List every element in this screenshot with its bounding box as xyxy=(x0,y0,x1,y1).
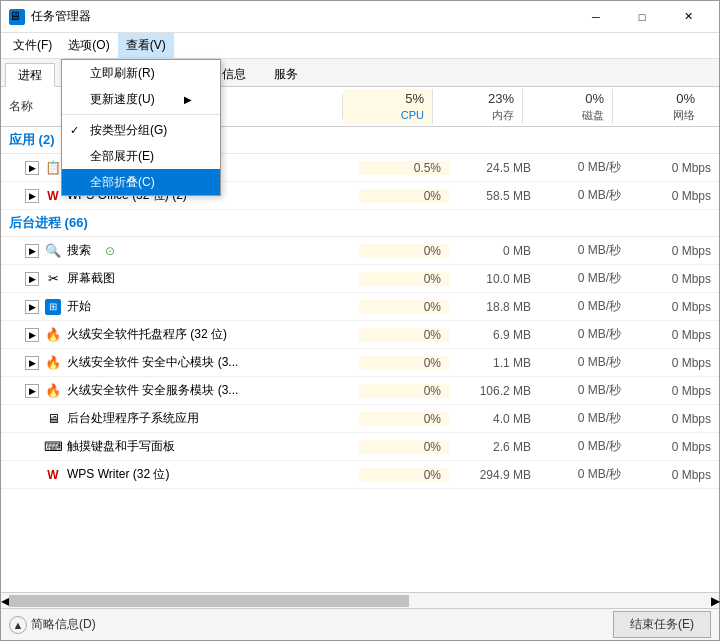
memory-value: 106.2 MB xyxy=(449,384,539,398)
horizontal-scrollbar[interactable]: ◀ ▶ xyxy=(1,592,719,608)
menu-options[interactable]: 选项(O) xyxy=(60,33,117,59)
network-value: 0 Mbps xyxy=(629,272,719,286)
scroll-thumb[interactable] xyxy=(9,595,409,607)
cpu-value: 0% xyxy=(359,412,449,426)
menu-group-by-type[interactable]: 按类型分组(G) xyxy=(62,117,220,143)
cpu-value: 0% xyxy=(359,328,449,342)
status-bar: ▲ 简略信息(D) 结束任务(E) xyxy=(1,608,719,640)
menu-view[interactable]: 查看(V) xyxy=(118,33,174,59)
table-row[interactable]: ⌨ 触摸键盘和手写面板 0% 2.6 MB 0 MB/秒 0 Mbps xyxy=(1,433,719,461)
expand-button[interactable]: ▶ xyxy=(25,356,39,370)
close-button[interactable]: ✕ xyxy=(665,1,711,33)
title-bar-buttons: ─ □ ✕ xyxy=(573,1,711,33)
menu-refresh[interactable]: 立即刷新(R) xyxy=(62,60,220,86)
col-memory-header[interactable]: 23% 内存 xyxy=(433,89,523,124)
table-row[interactable]: ▶ 🔍 搜索 ⊙ 0% 0 MB 0 MB/秒 0 Mbps xyxy=(1,237,719,265)
row-name: W WPS Writer (32 位) xyxy=(1,466,359,483)
window-icon: 🖥 xyxy=(9,9,25,25)
disk-value: 0 MB/秒 xyxy=(539,466,629,483)
expand-button[interactable]: ▶ xyxy=(25,244,39,258)
expand-button[interactable]: ▶ xyxy=(25,272,39,286)
window-title: 任务管理器 xyxy=(31,8,573,25)
network-value: 0 Mbps xyxy=(629,328,719,342)
menu-file[interactable]: 文件(F) xyxy=(5,33,60,59)
expand-button[interactable]: ▶ xyxy=(25,161,39,175)
scroll-right-btn[interactable]: ▶ xyxy=(711,594,719,608)
row-icon: W xyxy=(45,467,61,483)
minimize-button[interactable]: ─ xyxy=(573,1,619,33)
memory-value: 10.0 MB xyxy=(449,272,539,286)
disk-value: 0 MB/秒 xyxy=(539,187,629,204)
expand-button[interactable]: ▶ xyxy=(25,328,39,342)
status-label[interactable]: 简略信息(D) xyxy=(31,616,96,633)
row-icon: ⊞ xyxy=(45,299,61,315)
table-body[interactable]: 应用 (2) ▶ 📋 任务管理器 0.5% 24.5 MB 0 MB/秒 0 M… xyxy=(1,127,719,592)
section-background-header: 后台进程 (66) xyxy=(1,210,719,237)
expand-button[interactable]: ▶ xyxy=(25,300,39,314)
cpu-value: 0% xyxy=(359,189,449,203)
menu-update-speed[interactable]: 更新速度(U) ▶ xyxy=(62,86,220,112)
row-icon: 🖥 xyxy=(45,411,61,427)
expand-button[interactable]: ▶ xyxy=(25,384,39,398)
table-row[interactable]: ▶ ⊞ 开始 0% 18.8 MB 0 MB/秒 0 Mbps xyxy=(1,293,719,321)
view-dropdown: 立即刷新(R) 更新速度(U) ▶ 按类型分组(G) 全部展开(E) 全部折叠(… xyxy=(61,59,221,196)
memory-value: 2.6 MB xyxy=(449,440,539,454)
cpu-value: 0% xyxy=(359,300,449,314)
memory-value: 294.9 MB xyxy=(449,468,539,482)
maximize-button[interactable]: □ xyxy=(619,1,665,33)
row-name: ▶ 🔥 火绒安全软件托盘程序 (32 位) xyxy=(1,326,359,343)
submenu-arrow: ▶ xyxy=(184,94,192,105)
expand-button[interactable]: ▶ xyxy=(25,189,39,203)
cpu-value: 0% xyxy=(359,440,449,454)
col-disk-header[interactable]: 0% 磁盘 xyxy=(523,89,613,124)
row-icon: W xyxy=(45,188,61,204)
cpu-value: 0% xyxy=(359,356,449,370)
row-icon: ⌨ xyxy=(45,439,61,455)
title-bar: 🖥 任务管理器 ─ □ ✕ xyxy=(1,1,719,33)
row-name: ▶ ✂ 屏幕截图 xyxy=(1,270,359,287)
table-row[interactable]: W WPS Writer (32 位) 0% 294.9 MB 0 MB/秒 0… xyxy=(1,461,719,489)
status-info: ▲ 简略信息(D) xyxy=(9,616,96,634)
cpu-value: 0% xyxy=(359,244,449,258)
table-row[interactable]: ▶ 🔥 火绒安全软件托盘程序 (32 位) 0% 6.9 MB 0 MB/秒 0… xyxy=(1,321,719,349)
memory-value: 4.0 MB xyxy=(449,412,539,426)
menu-separator xyxy=(62,114,220,115)
menu-expand-all[interactable]: 全部展开(E) xyxy=(62,143,220,169)
main-window: 🖥 任务管理器 ─ □ ✕ 文件(F) 选项(O) 查看(V) 立即刷新(R) … xyxy=(0,0,720,641)
row-icon: ✂ xyxy=(45,271,61,287)
disk-value: 0 MB/秒 xyxy=(539,270,629,287)
disk-value: 0 MB/秒 xyxy=(539,159,629,176)
memory-value: 18.8 MB xyxy=(449,300,539,314)
disk-value: 0 MB/秒 xyxy=(539,354,629,371)
disk-value: 0 MB/秒 xyxy=(539,382,629,399)
end-task-button[interactable]: 结束任务(E) xyxy=(613,611,711,638)
scroll-left-btn[interactable]: ◀ xyxy=(1,594,9,608)
memory-value: 0 MB xyxy=(449,244,539,258)
row-name: ▶ ⊞ 开始 xyxy=(1,298,359,315)
menu-collapse-all[interactable]: 全部折叠(C) xyxy=(62,169,220,195)
network-value: 0 Mbps xyxy=(629,412,719,426)
row-icon: 🔥 xyxy=(45,327,61,343)
network-value: 0 Mbps xyxy=(629,244,719,258)
tab-services[interactable]: 服务 xyxy=(261,62,311,86)
tab-processes[interactable]: 进程 xyxy=(5,63,55,87)
row-icon: 🔥 xyxy=(45,383,61,399)
table-row[interactable]: ▶ 🔥 火绒安全软件 安全中心模块 (3... 0% 1.1 MB 0 MB/秒… xyxy=(1,349,719,377)
col-cpu-header[interactable]: 5% CPU xyxy=(343,89,433,124)
info-icon: ▲ xyxy=(9,616,27,634)
table-row[interactable]: 🖥 后台处理程序子系统应用 0% 4.0 MB 0 MB/秒 0 Mbps xyxy=(1,405,719,433)
network-value: 0 Mbps xyxy=(629,189,719,203)
network-value: 0 Mbps xyxy=(629,384,719,398)
network-value: 0 Mbps xyxy=(629,356,719,370)
disk-value: 0 MB/秒 xyxy=(539,298,629,315)
network-value: 0 Mbps xyxy=(629,468,719,482)
pin-icon: ⊙ xyxy=(105,244,115,258)
col-network-header[interactable]: 0% 网络 xyxy=(613,89,703,124)
cpu-value: 0% xyxy=(359,384,449,398)
row-name: ⌨ 触摸键盘和手写面板 xyxy=(1,438,359,455)
disk-value: 0 MB/秒 xyxy=(539,242,629,259)
table-row[interactable]: ▶ ✂ 屏幕截图 0% 10.0 MB 0 MB/秒 0 Mbps xyxy=(1,265,719,293)
table-row[interactable]: ▶ 🔥 火绒安全软件 安全服务模块 (3... 0% 106.2 MB 0 MB… xyxy=(1,377,719,405)
network-value: 0 Mbps xyxy=(629,440,719,454)
memory-value: 24.5 MB xyxy=(449,161,539,175)
